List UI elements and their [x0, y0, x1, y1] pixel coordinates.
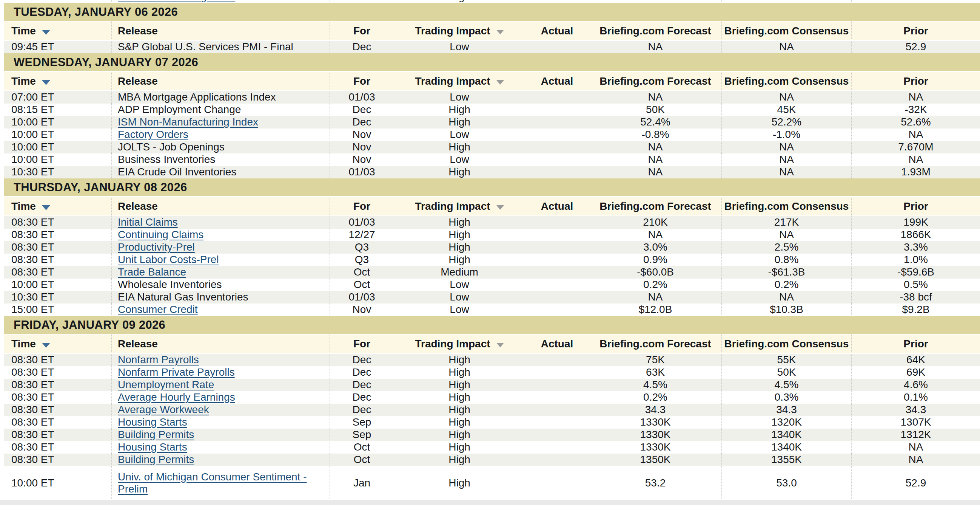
column-header-time[interactable]: Time — [4, 22, 111, 40]
sort-arrow-icon[interactable] — [42, 205, 50, 210]
consensus-value: 1340K — [771, 441, 802, 453]
release-link[interactable]: Univ. of Michigan Consumer Sentiment - P… — [118, 471, 309, 495]
sort-arrow-icon[interactable] — [42, 30, 50, 35]
table-row: 08:30 ETInitial Claims01/03High210K217K1… — [4, 216, 980, 228]
forecast-cell: NA — [589, 141, 721, 153]
sort-arrow-icon[interactable] — [496, 343, 504, 347]
consensus-cell: 4.5% — [721, 379, 851, 391]
forecast-cell: 1330K — [589, 429, 721, 441]
release-link[interactable]: Continuing Claims — [118, 228, 204, 241]
consensus-cell: 55K — [721, 354, 851, 366]
sort-arrow-icon[interactable] — [42, 343, 50, 348]
column-header-impact[interactable]: Trading Impact — [394, 334, 525, 353]
for-cell: Dec — [329, 404, 394, 416]
column-header-impact[interactable]: Trading Impact — [394, 197, 525, 216]
table-row: 08:30 ETUnit Labor Costs-PrelQ3High0.9%0… — [4, 254, 980, 266]
sort-arrow-icon[interactable] — [496, 30, 504, 34]
column-header-label: Actual — [541, 75, 573, 87]
forecast-value: 75K — [646, 354, 665, 366]
release-cell: ISM Non-Manufacturing Index — [111, 116, 329, 128]
consensus-value: -1.0% — [773, 128, 800, 141]
table-row: 10:00 ETFactory OrdersNovLow-0.8%-1.0%NA — [4, 128, 980, 141]
forecast-value: 1350K — [640, 454, 671, 466]
consensus-value: 1320K — [771, 416, 802, 428]
impact-value: Medium — [441, 266, 478, 278]
for-value: Dec — [353, 104, 371, 116]
impact-cell: Low — [394, 304, 525, 316]
impact-cell: High — [394, 104, 525, 116]
forecast-cell: 1330K — [589, 416, 721, 429]
column-header-time[interactable]: Time — [4, 72, 111, 90]
consensus-cell: 1355K — [721, 454, 851, 466]
release-link[interactable]: Nonfarm Payrolls — [118, 354, 199, 366]
release-link[interactable]: Housing Starts — [118, 416, 187, 428]
release-link[interactable]: Productivity-Prel — [118, 241, 195, 253]
release-link[interactable]: ISM Non-Manufacturing Index — [118, 116, 258, 128]
time-cell — [4, 0, 111, 3]
impact-value: Low — [450, 91, 469, 103]
column-header-label: Actual — [541, 200, 573, 212]
time-cell: 08:30 ET — [4, 416, 111, 429]
impact-cell: Low — [394, 279, 525, 291]
release-link[interactable]: Factory Orders — [118, 128, 188, 141]
prior-value: -$59.6B — [897, 266, 934, 278]
time-value: 08:30 ET — [11, 241, 54, 253]
column-header-row: TimeReleaseForTrading ImpactActualBriefi… — [4, 72, 980, 91]
prior-cell: 52.9 — [851, 41, 980, 53]
impact-cell: Low — [394, 153, 525, 166]
consensus-cell: NA — [721, 141, 851, 153]
release-link[interactable]: ISM Manufacturing Index — [118, 0, 235, 3]
sort-arrow-icon[interactable] — [496, 80, 504, 85]
release-link[interactable]: Unit Labor Costs-Prel — [118, 254, 219, 266]
release-link[interactable]: Trade Balance — [118, 266, 186, 278]
release-cell: Trade Balance — [111, 266, 329, 279]
forecast-value: 0.9% — [643, 254, 667, 266]
impact-value: High — [449, 441, 470, 453]
prior-cell: 64K — [851, 354, 980, 366]
actual-cell — [525, 141, 589, 153]
column-header-consensus: Briefing.com Consensus — [721, 72, 851, 90]
for-value: Sep — [353, 416, 371, 428]
for-value: Dec — [353, 354, 371, 366]
column-header-impact[interactable]: Trading Impact — [394, 22, 525, 40]
prior-cell: 199K — [851, 216, 980, 228]
release-link[interactable]: Building Permits — [118, 429, 194, 441]
consensus-value: 45K — [777, 104, 796, 116]
release-link[interactable]: Average Hourly Earnings — [118, 391, 235, 403]
time-value: 10:00 ET — [11, 153, 54, 166]
for-cell: Dec — [329, 41, 394, 53]
column-header-time[interactable]: Time — [4, 197, 111, 216]
sort-arrow-icon[interactable] — [496, 205, 504, 210]
for-value: Dec — [353, 366, 371, 379]
for-cell: 12/27 — [329, 228, 394, 241]
release-link[interactable]: Consumer Credit — [118, 304, 198, 316]
release-cell: Unit Labor Costs-Prel — [111, 254, 329, 266]
sort-arrow-icon[interactable] — [42, 80, 50, 85]
release-link[interactable]: Average Workweek — [118, 404, 209, 416]
column-header-time[interactable]: Time — [4, 334, 111, 353]
for-cell: Dec — [329, 379, 394, 391]
column-header-label: Briefing.com Consensus — [724, 75, 849, 87]
actual-cell — [525, 266, 589, 279]
prior-value: 199K — [904, 216, 928, 228]
time-value: 08:30 ET — [11, 454, 54, 466]
impact-cell: High — [394, 216, 525, 228]
actual-cell — [525, 466, 589, 500]
release-link[interactable]: Housing Starts — [118, 441, 187, 453]
calendar-sections: TUESDAY, JANUARY 06 2026TimeReleaseForTr… — [4, 3, 980, 500]
release-link[interactable]: Nonfarm Private Payrolls — [118, 366, 235, 379]
forecast-cell: 0.2% — [589, 391, 721, 404]
time-value: 08:30 ET — [11, 228, 54, 241]
prior-cell: 4.6% — [851, 379, 980, 391]
release-label: EIA Natural Gas Inventories — [118, 291, 248, 303]
consensus-value: NA — [779, 228, 794, 241]
column-header-impact[interactable]: Trading Impact — [394, 72, 525, 90]
release-label: S&P Global U.S. Services PMI - Final — [118, 41, 293, 53]
impact-cell: High — [394, 416, 525, 429]
column-header-row: TimeReleaseForTrading ImpactActualBriefi… — [4, 22, 980, 41]
release-link[interactable]: Building Permits — [118, 454, 194, 466]
time-cell: 08:30 ET — [4, 391, 111, 404]
forecast-cell: NA — [589, 153, 721, 166]
release-link[interactable]: Initial Claims — [118, 216, 178, 228]
release-link[interactable]: Unemployment Rate — [118, 379, 214, 391]
